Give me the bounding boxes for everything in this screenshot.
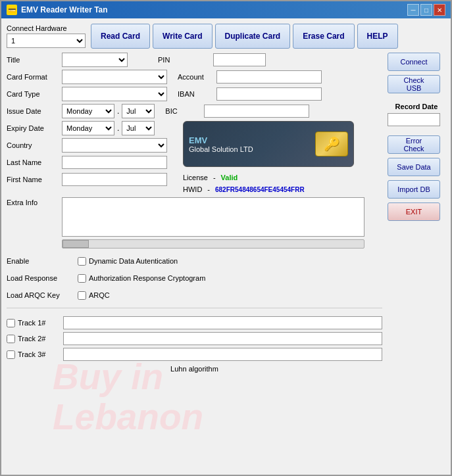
first-name-row: First Name [7,172,167,187]
enable-row: Enable Dynamic Data Autentication [7,254,382,268]
expiry-date-label: Expiry Date [7,124,59,132]
expiry-month-select[interactable]: Jul [122,121,155,135]
expiry-date-selects: Monday . Jul [62,121,155,135]
track-section: Track 1# Track 2# Tr [7,316,382,373]
license-status: Valid [221,174,238,181]
title-bar: 💳 EMV Reader Writer Tan ─ □ ✕ [1,1,451,18]
issue-month-select[interactable]: Jul [122,104,155,118]
scrollbar[interactable] [62,239,364,249]
card-type-select[interactable] [62,87,167,101]
bic-label: BIC [165,107,201,115]
auth-response-checkbox[interactable] [78,274,86,283]
issue-date-row: Issue Date Monday . Jul [7,104,155,118]
license-dash: - [213,174,216,181]
track2-label: Track 2# [18,335,45,343]
exit-button[interactable]: EXIT [388,202,440,221]
last-name-row: Last Name [7,155,167,170]
load-arqc-row: Load ARQC Key ARQC [7,288,382,302]
duplicate-card-button[interactable]: Duplicate Card [215,24,291,49]
title-row: Title [7,53,128,67]
hwid-value: 682FR54848654FE45454FRR [215,186,305,193]
title-controls: ─ □ ✕ [407,4,445,16]
expiry-dot: . [117,124,119,133]
main-content: Connect Hardware 1 Read Card Write Card … [1,18,451,475]
country-select[interactable] [62,138,167,153]
pin-input[interactable] [213,53,266,66]
luhn-row: Luhn algorithm [7,365,382,373]
first-name-input[interactable] [62,173,167,186]
expiry-day-select[interactable]: Monday [62,121,114,135]
track1-row: Track 1# [7,316,382,329]
connect-hardware-label: Connect Hardware [7,24,86,32]
separator [7,308,382,308]
right-panel: Connect Check USB Record Date Error Chec… [388,53,445,469]
check-usb-button[interactable]: Check USB [388,75,440,93]
save-data-button[interactable]: Save Data [388,158,440,176]
extra-info-textarea[interactable] [62,197,364,237]
first-name-label: First Name [7,176,59,183]
emv-title: EMV [189,135,253,145]
pin-label: PIN [158,56,211,64]
bic-row: BIC [165,104,309,118]
card-format-select[interactable] [62,70,167,84]
record-date-input[interactable] [388,113,440,126]
load-response-label: Load Response [7,274,72,282]
account-label: Account [178,73,214,81]
arqc-item: ARQC [78,291,110,300]
bic-input[interactable] [204,105,309,118]
minimize-button[interactable]: ─ [407,4,419,16]
maximize-button[interactable]: □ [420,4,432,16]
enable-label: Enable [7,257,72,265]
help-button[interactable]: HELP [357,24,398,49]
extra-info-label: Extra Info [7,199,59,206]
read-card-button[interactable]: Read Card [91,24,150,49]
track3-input[interactable] [63,348,382,361]
connect-hardware-section: Connect Hardware 1 [7,24,86,48]
connect-button[interactable]: Connect [388,53,440,71]
error-check-button[interactable]: Error Check [388,135,440,154]
erase-card-button[interactable]: Erase Card [293,24,354,49]
main-area: Title PIN Card Format [7,53,445,469]
issue-dot: . [117,107,119,116]
hardware-select[interactable]: 1 [7,34,86,48]
title-select[interactable] [62,53,128,67]
pin-row: PIN [158,53,266,67]
window-title: EMV Reader Writer Tan [21,5,108,14]
app-icon: 💳 [7,5,17,15]
iban-input[interactable] [216,87,322,101]
track1-input[interactable] [63,316,382,329]
card-format-label: Card Format [7,73,59,81]
checkbox-section: Enable Dynamic Data Autentication Load R… [7,254,382,302]
last-name-input[interactable] [62,156,167,169]
issue-day-select[interactable]: Monday [62,104,114,118]
write-card-button[interactable]: Write Card [153,24,212,49]
track2-cb-group: Track 2# [7,335,59,343]
import-db-button[interactable]: Import DB [388,180,440,199]
hwid-dash2: - [207,185,210,193]
country-label: Country [7,141,59,149]
card-type-label: Card Type [7,90,59,98]
format-account-section: Card Format Account [7,70,382,84]
issue-date-label: Issue Date [7,107,59,115]
close-button[interactable]: ✕ [434,4,445,16]
account-input[interactable] [216,70,322,83]
load-response-row: Load Response Authorization Response Cry… [7,271,382,285]
track3-checkbox[interactable] [7,350,15,359]
title-label: Title [7,56,59,64]
dynamic-data-checkbox[interactable] [78,257,86,266]
dynamic-data-label: Dynamic Data Autentication [89,257,178,265]
track2-checkbox[interactable] [7,335,15,343]
expiry-date-row: Expiry Date Monday . Jul [7,121,167,135]
action-buttons: Read Card Write Card Duplicate Card Eras… [91,24,445,49]
arqc-label: ARQC [89,291,110,299]
track2-input[interactable] [63,332,382,345]
expiry-country-section: Expiry Date Monday . Jul [7,121,167,187]
track1-checkbox[interactable] [7,319,15,327]
auth-response-item: Authorization Response Cryptogram [78,274,205,283]
arqc-checkbox[interactable] [78,291,86,300]
card-format-row: Card Format [7,70,167,84]
luhn-label: Luhn algorithm [170,365,218,373]
track3-label: Track 3# [18,350,45,358]
emv-card-text: EMV Global Solution LTD [189,135,253,153]
account-row: Account [178,70,322,84]
